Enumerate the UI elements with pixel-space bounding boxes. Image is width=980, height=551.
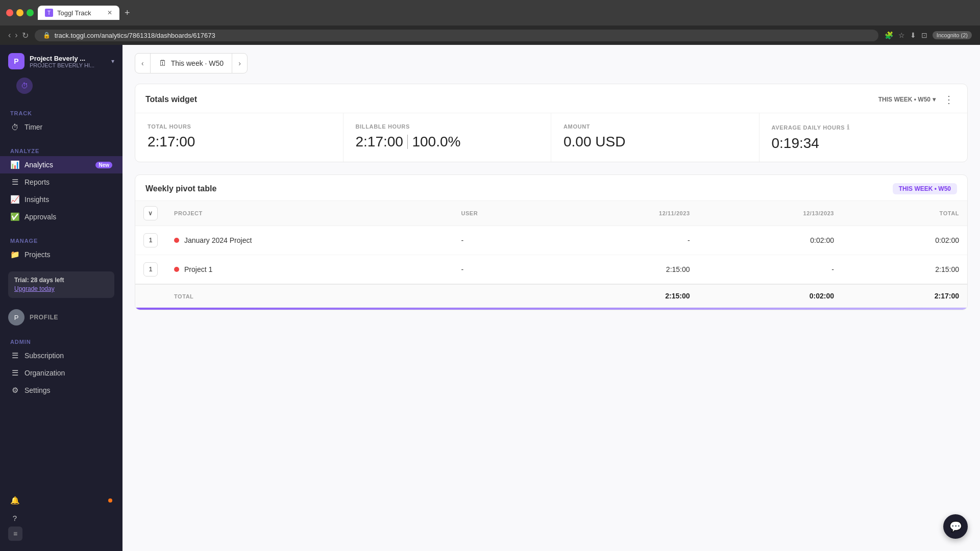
sidebar-item-help[interactable]: ?: [0, 509, 122, 527]
total-row-date1: 2:15:00: [554, 284, 698, 308]
upgrade-link[interactable]: Upgrade today: [14, 285, 55, 292]
sidebar-item-notifications[interactable]: 🔔: [0, 492, 122, 509]
amount-value: 0.00 USD: [564, 134, 747, 150]
total-hours-cell: TOTAL HOURS 2:17:00: [135, 113, 344, 162]
reports-icon: ☰: [10, 178, 19, 187]
total-row-empty1: [135, 284, 166, 308]
trial-box: Trial: 28 days left Upgrade today: [8, 271, 114, 298]
nav-buttons: ‹ › ↻: [8, 31, 29, 40]
col-expand: ∨: [135, 201, 166, 226]
expand-all-button[interactable]: ∨: [143, 206, 158, 220]
tab-favicon: T: [45, 9, 53, 17]
total-row-date2: 0:02:00: [698, 284, 842, 308]
admin-section: ADMIN ☰ Subscription ☰ Organization ⚙ Se…: [0, 331, 122, 403]
settings-label: Settings: [24, 386, 112, 394]
notification-dot: [108, 498, 112, 503]
billable-separator: [407, 135, 408, 149]
settings-icon: ⚙: [10, 386, 19, 395]
billable-hours-label: BILLABLE HOURS: [356, 123, 539, 130]
sidebar-item-reports[interactable]: ☰ Reports: [0, 173, 122, 191]
workspace-info: Project Beverly ... PROJECT BEVERLY HI..…: [30, 55, 106, 68]
bell-icon: 🔔: [10, 496, 19, 505]
incognito-badge: Incognito (2): [933, 31, 972, 39]
analytics-new-badge: New: [95, 162, 112, 168]
row2-date1: 2:15:00: [554, 255, 698, 285]
pivot-bottom-line: [135, 308, 967, 310]
profile-section: P PROFILE: [0, 304, 122, 331]
profile-avatar[interactable]: P: [8, 309, 24, 325]
insights-icon: 📈: [10, 195, 19, 204]
row1-date1: -: [554, 226, 698, 255]
prev-week-button[interactable]: ‹: [135, 54, 150, 73]
address-bar: ‹ › ↻ 🔒 track.toggl.com/analytics/786131…: [0, 26, 980, 45]
download-icon[interactable]: ⬇: [910, 31, 916, 39]
row2-num-cell: 1: [135, 255, 166, 285]
url-bar[interactable]: 🔒 track.toggl.com/analytics/7861318/dash…: [35, 30, 878, 41]
pivot-table-head: ∨ PROJECT USER 12/11/2023 12/13/2023 TOT…: [135, 201, 967, 226]
sidebar-item-insights[interactable]: 📈 Insights: [0, 191, 122, 208]
row1-project-name: January 2024 Project: [184, 236, 252, 244]
row2-project-cell: Project 1: [166, 255, 453, 285]
total-hours-label: TOTAL HOURS: [148, 123, 331, 130]
pivot-table-widget: Weekly pivot table THIS WEEK • W50 ∨ PRO…: [135, 174, 968, 310]
sidebar-item-organization[interactable]: ☰ Organization: [0, 364, 122, 382]
sidebar-item-timer[interactable]: ⏱ Timer: [0, 118, 122, 136]
minimize-window-button[interactable]: [16, 9, 23, 16]
back-button[interactable]: ‹: [8, 31, 11, 40]
forward-button[interactable]: ›: [15, 31, 17, 40]
profile-icon[interactable]: ⊡: [921, 31, 927, 39]
billable-hours-cell: BILLABLE HOURS 2:17:00 100.0%: [344, 113, 552, 162]
avg-daily-cell: AVERAGE DAILY HOURS ℹ 0:19:34: [760, 113, 968, 162]
timer-label: Timer: [24, 123, 112, 131]
tab-close-button[interactable]: ✕: [107, 9, 112, 16]
sidebar-item-analytics[interactable]: 📊 Analytics New: [0, 156, 122, 173]
row1-num-cell: 1: [135, 226, 166, 255]
totals-more-button[interactable]: ⋮: [941, 92, 957, 107]
projects-label: Projects: [24, 251, 112, 259]
total-row-label-cell: TOTAL: [166, 284, 453, 308]
table-total-row: TOTAL 2:15:00 0:02:00 2:17:00: [135, 284, 967, 308]
row1-project: January 2024 Project: [174, 236, 445, 244]
calendar-icon: 🗓: [159, 59, 167, 68]
totals-grid: TOTAL HOURS 2:17:00 BILLABLE HOURS 2:17:…: [135, 113, 967, 162]
billable-percent: 100.0%: [412, 134, 460, 150]
maximize-window-button[interactable]: [27, 9, 34, 16]
row2-num: 1: [143, 262, 158, 277]
week-label: 🗓 This week · W50: [150, 54, 232, 73]
projects-icon: 📁: [10, 250, 19, 259]
pivot-table-body: 1 January 2024 Project - - 0:02:00: [135, 226, 967, 308]
row2-project-name: Project 1: [184, 265, 212, 273]
totals-period-selector[interactable]: THIS WEEK • W50 ▾: [878, 96, 936, 103]
workspace-sub: PROJECT BEVERLY HI...: [30, 62, 106, 68]
approvals-label: Approvals: [24, 213, 112, 221]
sidebar-item-settings[interactable]: ⚙ Settings: [0, 382, 122, 399]
new-tab-button[interactable]: +: [121, 8, 133, 18]
organization-label: Organization: [24, 369, 112, 377]
sidebar-item-projects[interactable]: 📁 Projects: [0, 246, 122, 263]
row1-total: 0:02:00: [842, 226, 967, 255]
row1-date2: 0:02:00: [698, 226, 842, 255]
sidebar-bottom: 🔔 ? ≡: [0, 488, 122, 551]
row1-num: 1: [143, 233, 158, 247]
timer-orb[interactable]: ⏱: [16, 78, 33, 94]
pivot-period-badge: THIS WEEK • W50: [893, 183, 957, 194]
close-window-button[interactable]: [6, 9, 13, 16]
bookmark-icon[interactable]: ☆: [898, 31, 905, 39]
extensions-icon[interactable]: 🧩: [885, 31, 893, 39]
sidebar-header: P Project Beverly ... PROJECT BEVERLY HI…: [0, 45, 122, 76]
pivot-table-header: Weekly pivot table THIS WEEK • W50: [135, 175, 967, 201]
next-week-button[interactable]: ›: [232, 54, 247, 73]
avg-daily-info-icon[interactable]: ℹ: [847, 123, 850, 131]
row2-user: -: [453, 255, 554, 285]
sidebar-collapse-button[interactable]: ≡: [8, 527, 22, 541]
workspace-selector[interactable]: P Project Beverly ... PROJECT BEVERLY HI…: [8, 53, 114, 69]
sidebar-item-approvals[interactable]: ✅ Approvals: [0, 208, 122, 226]
col-date2-header: 12/13/2023: [698, 201, 842, 226]
tab-title: Toggl Track: [57, 9, 91, 17]
refresh-button[interactable]: ↻: [22, 31, 29, 40]
col-user-header: USER: [453, 201, 554, 226]
sidebar-item-subscription[interactable]: ☰ Subscription: [0, 347, 122, 364]
track-section-label: TRACK: [0, 106, 122, 118]
active-tab[interactable]: T Toggl Track ✕: [38, 6, 119, 20]
chat-button[interactable]: 💬: [943, 514, 968, 539]
